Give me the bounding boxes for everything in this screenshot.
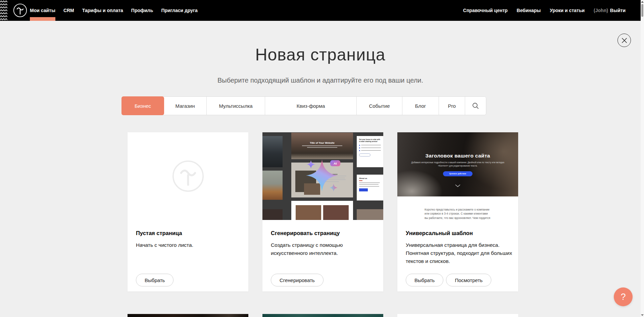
active-nav-underline (30, 17, 55, 21)
card-description: Создать страницу с помощью искусственног… (271, 241, 371, 257)
nav-help-center-label: Справочный центр (463, 8, 508, 13)
template-card-universal: Заголовок вашего сайта Добавьте интересн… (397, 132, 518, 291)
nav-profile-label: Профиль (131, 8, 153, 13)
mosaic-about-heading: About us (359, 177, 381, 179)
scrollbar-up-arrow[interactable] (641, 1, 644, 3)
ai-sparkle-small-bottom-icon (330, 183, 338, 192)
tab-business[interactable]: Бизнес (122, 97, 164, 115)
scrollbar-down-arrow[interactable] (641, 314, 644, 316)
tab-pro[interactable]: Pro (439, 97, 465, 115)
universal-hero-title: Заголовок вашего сайта (397, 153, 518, 159)
secondary-nav: Справочный центр Вебинары Уроки и статьи… (463, 0, 626, 21)
universal-cta-button: Целевое действие (443, 171, 473, 176)
tab-shop[interactable]: Магазин (164, 97, 207, 115)
mosaic-hero-subline (302, 145, 342, 146)
preview-universal-button[interactable]: Посмотреть (446, 274, 491, 286)
mosaic-hero-subline (307, 147, 337, 148)
nav-my-sites-label: Мои сайты (30, 8, 55, 13)
mosaic-outline-button (359, 153, 370, 156)
tab-event[interactable]: Событие (357, 97, 402, 115)
tab-search[interactable] (465, 97, 486, 115)
nav-profile[interactable]: Профиль (131, 0, 153, 21)
card-title: Универсальный шаблон (406, 230, 510, 236)
ai-sparkle-small-top-icon (307, 160, 315, 169)
tilda-logo-icon[interactable] (13, 3, 27, 17)
mosaic-bottom-photo-right (323, 205, 349, 220)
universal-hero: Заголовок вашего сайта Добавьте интересн… (397, 132, 518, 196)
mosaic-blue-button (359, 188, 368, 191)
search-icon (472, 102, 479, 109)
tab-multilink[interactable]: Мультиссылка (207, 97, 265, 115)
next-row-card-preview-white[interactable] (397, 314, 518, 317)
template-card-blank: Пустая страница Начать с чистого листа. … (128, 132, 248, 291)
main-nav: Мои сайты CRM Тарифы и оплата Профиль Пр… (30, 0, 198, 21)
card-title: Сгенерировать страницу (271, 230, 375, 236)
nav-my-sites[interactable]: Мои сайты (30, 0, 55, 21)
mosaic-photo-people (262, 209, 283, 220)
chevron-down-icon (397, 182, 518, 188)
nav-account: (John) Выйти (594, 0, 626, 21)
card-description: Универсальная страница для бизнеса. Поня… (406, 241, 513, 265)
logout-link[interactable]: Выйти (610, 8, 626, 13)
tab-quiz-form[interactable]: Квиз-форма (265, 97, 357, 115)
mosaic-photo-livingroom (262, 171, 283, 200)
page-subtitle: Выберите подходящий шаблон и адаптируйте… (0, 77, 641, 84)
page-title: Новая страница (0, 45, 641, 64)
vertical-scrollbar[interactable] (641, 0, 644, 317)
zigzag-pattern-decoration (0, 0, 7, 21)
universal-body-text: Коротко представьтесь и расскажите о ком… (425, 208, 491, 220)
card-description: Начать с чистого листа. (136, 241, 240, 249)
mosaic-hero-title: Title of Your Website (291, 141, 353, 144)
nav-crm-label: CRM (63, 8, 74, 13)
nav-lessons-label: Уроки и статьи (550, 8, 585, 13)
nav-webinars-label: Вебинары (517, 8, 541, 13)
nav-tariffs-label: Тарифы и оплата (82, 8, 123, 13)
close-button[interactable] (617, 34, 631, 47)
select-blank-button[interactable]: Выбрать (136, 274, 174, 286)
template-card-ai-generate: Title of Your Website Get your house in … (262, 132, 383, 291)
nav-crm[interactable]: CRM (63, 0, 74, 21)
mosaic-photo-table (357, 209, 383, 220)
scrollbar-thumb[interactable] (641, 4, 643, 17)
close-icon (622, 38, 627, 43)
nav-tariffs[interactable]: Тарифы и оплата (82, 0, 123, 21)
nav-lessons[interactable]: Уроки и статьи (550, 0, 585, 21)
tab-blog[interactable]: Блог (402, 97, 439, 115)
nav-webinars[interactable]: Вебинары (517, 0, 541, 21)
generate-button[interactable]: Сгенерировать (271, 274, 324, 286)
ai-card-preview[interactable]: Title of Your Website Get your house in … (262, 132, 383, 220)
mosaic-about-tile: About us (357, 175, 383, 200)
mosaic-bottom-tile (291, 201, 353, 220)
topbar: Мои сайты CRM Тарифы и оплата Профиль Пр… (0, 0, 641, 21)
mosaic-right-text-tile: Get your house in order with a smart cle… (357, 136, 383, 167)
template-category-tabs: Бизнес Магазин Мультиссылка Квиз-форма С… (122, 97, 486, 115)
card-title: Пустая страница (136, 230, 240, 236)
universal-card-preview[interactable]: Заголовок вашего сайта Добавьте интересн… (397, 132, 518, 220)
nav-invite-friend[interactable]: Пригласи друга (161, 0, 197, 21)
mosaic-bottom-photo-left (296, 205, 321, 220)
tilda-watermark-icon (172, 160, 204, 192)
ai-badge: AI (330, 160, 340, 166)
next-row-card-preview-teal[interactable] (262, 314, 383, 317)
blank-card-preview[interactable] (128, 132, 248, 220)
nav-help-center[interactable]: Справочный центр (463, 0, 508, 21)
next-row-card-preview-dark[interactable] (128, 314, 248, 317)
select-universal-button[interactable]: Выбрать (406, 274, 443, 286)
mosaic-right-heading: Get your house in order with a smart cle… (359, 139, 381, 143)
mosaic-hero-tile: Title of Your Website (291, 133, 353, 159)
universal-hero-subtitle: Добавьте интересные подробности о вашей … (407, 161, 508, 168)
nav-invite-friend-label: Пригласи друга (161, 8, 197, 13)
mosaic-photo-desk (262, 136, 283, 167)
help-button[interactable]: ? (614, 287, 633, 306)
user-name: (John) (594, 8, 608, 13)
